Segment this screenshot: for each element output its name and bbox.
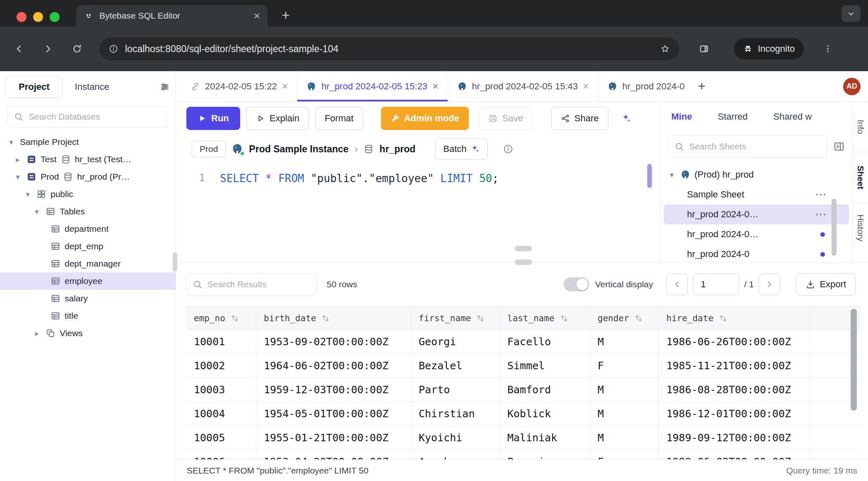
close-tab-icon[interactable]: × (254, 10, 260, 21)
column-header-gender[interactable]: gender (590, 306, 659, 330)
reload-button[interactable] (67, 39, 87, 59)
results-search-input[interactable] (207, 279, 311, 289)
side-panel-button[interactable] (694, 39, 714, 59)
sheets-tab-shared-w[interactable]: Shared w (773, 111, 812, 122)
more-menu-icon[interactable]: ⋯ (815, 209, 827, 220)
forward-button[interactable] (38, 39, 58, 59)
sidebar-resize-handle[interactable] (173, 253, 177, 272)
result-cell[interactable]: 10001 (186, 330, 256, 354)
sort-icon[interactable] (230, 314, 239, 323)
admin-mode-button[interactable]: Admin mode (381, 107, 469, 130)
result-cell[interactable]: F (590, 450, 659, 459)
side-tab-info[interactable]: Info (853, 102, 868, 152)
result-cell[interactable]: Parto (411, 378, 500, 402)
database-name[interactable]: hr_prod (379, 144, 415, 155)
close-icon[interactable]: × (583, 81, 589, 91)
next-page-button[interactable] (759, 274, 780, 295)
column-header-emp_no[interactable]: emp_no (186, 306, 256, 330)
column-header-first_name[interactable]: first_name (411, 306, 500, 330)
sheet-item[interactable]: Sample Sheet⋯ (664, 185, 849, 204)
sql-code[interactable]: SELECT * FROM "public"."employee" LIMIT … (220, 172, 499, 185)
collapse-panel-icon[interactable] (833, 141, 845, 152)
sidebar-table-employee[interactable]: employee (0, 272, 176, 290)
result-cell[interactable]: 10004 (186, 402, 256, 426)
sheet-item[interactable]: hr_prod 2024-0 (664, 244, 849, 262)
sort-icon[interactable] (321, 314, 330, 323)
sidebar-table-salary[interactable]: salary (0, 290, 176, 307)
result-cell[interactable]: 10003 (186, 378, 256, 402)
run-button[interactable]: Run (186, 107, 240, 130)
sheets-group-row[interactable]: ▾ (Prod) hr_prod (661, 165, 852, 185)
result-cell[interactable]: 1953-04-20T00:00:00Z (256, 450, 411, 459)
sheets-tab-starred[interactable]: Starred (718, 111, 747, 122)
result-cell[interactable]: Simmel (500, 354, 590, 378)
result-cell[interactable]: 1986-08-28T00:00:00Z (659, 378, 810, 402)
sidebar-table-dept_emp[interactable]: dept_emp (0, 238, 176, 255)
result-cell[interactable]: 1954-05-01T00:00:00Z (256, 402, 411, 426)
explain-button[interactable]: Explain (246, 107, 309, 130)
url-text[interactable]: localhost:8080/sql-editor/sheet/project-… (125, 43, 653, 55)
back-button[interactable] (9, 39, 29, 59)
results-scrollbar-thumb[interactable] (851, 309, 857, 411)
sheets-scrollbar-thumb[interactable] (832, 199, 837, 256)
page-number-input[interactable] (693, 274, 739, 295)
sort-icon[interactable] (476, 314, 485, 323)
ai-assistant-button[interactable] (617, 109, 636, 128)
tree-project-row[interactable]: ▾ Sample Project (0, 133, 176, 151)
close-window-button[interactable] (17, 12, 27, 22)
sheet-tab-3[interactable]: hr_prod 2024-02-05 15:43× (448, 71, 598, 101)
close-icon[interactable]: × (282, 81, 288, 91)
browser-tab[interactable]: Bytebase SQL Editor × (76, 5, 268, 26)
result-cell[interactable]: 1986-12-01T00:00:00Z (659, 402, 810, 426)
tree-views-group[interactable]: ▸ Views (0, 325, 176, 342)
result-cell[interactable]: Kyoichi (411, 426, 500, 450)
result-cell[interactable]: 10002 (186, 354, 256, 378)
zoom-window-button[interactable] (50, 12, 60, 22)
tab-search-button[interactable] (841, 5, 861, 22)
instance-name[interactable]: Prod Sample Instance (249, 144, 348, 155)
panel-resize-handle[interactable] (515, 246, 532, 251)
sidebar-table-dept_manager[interactable]: dept_manager (0, 255, 176, 272)
batch-button[interactable]: Batch (435, 138, 487, 160)
tree-schema-public[interactable]: ▾ public (0, 185, 176, 203)
tree-db-hr-prod[interactable]: ▾ Prod hr_prod (Pr… (0, 168, 176, 185)
result-cell[interactable]: 1986-06-26T00:00:00Z (659, 330, 810, 354)
result-cell[interactable]: M (590, 426, 659, 450)
database-search-input[interactable] (29, 112, 162, 122)
browser-menu-button[interactable] (818, 39, 838, 59)
more-menu-icon[interactable]: ⋯ (815, 189, 827, 200)
filter-settings-button[interactable] (160, 82, 170, 92)
tab-instance[interactable]: Instance (75, 82, 109, 92)
sidebar-table-title[interactable]: title (0, 307, 176, 325)
result-cell[interactable]: M (590, 402, 659, 426)
sheet-tab-4[interactable]: hr_prod 2024-0 (598, 71, 694, 101)
tab-project[interactable]: Project (6, 76, 63, 98)
result-cell[interactable]: Maliniak (500, 426, 590, 450)
sheet-item[interactable]: hr_prod 2024-0…⋯ (664, 204, 849, 224)
site-info-icon[interactable] (108, 44, 118, 54)
new-sheet-button[interactable]: + (694, 79, 709, 94)
result-cell[interactable]: Bamford (500, 378, 590, 402)
minimize-window-button[interactable] (33, 12, 43, 22)
vertical-display-toggle[interactable] (564, 277, 589, 291)
new-tab-button[interactable]: + (277, 6, 295, 24)
sheets-search-input[interactable] (689, 142, 821, 152)
result-cell[interactable]: 10006 (186, 450, 256, 459)
result-cell[interactable]: Bezalel (411, 354, 500, 378)
column-header-birth_date[interactable]: birth_date (256, 306, 411, 330)
result-cell[interactable]: 1964-06-02T00:00:00Z (256, 354, 411, 378)
side-tab-sheet[interactable]: Sheet (853, 152, 868, 203)
result-cell[interactable]: Preusig (500, 450, 590, 459)
column-header-last_name[interactable]: last_name (500, 306, 590, 330)
url-bar[interactable]: localhost:8080/sql-editor/sheet/project-… (99, 37, 679, 60)
sort-icon[interactable] (559, 314, 569, 323)
bookmark-star-icon[interactable] (660, 44, 670, 54)
result-cell[interactable]: Facello (500, 330, 590, 354)
result-cell[interactable]: 10005 (186, 426, 256, 450)
result-cell[interactable]: F (590, 354, 659, 378)
share-button[interactable]: Share (551, 107, 608, 130)
sheets-search[interactable] (668, 135, 827, 158)
result-cell[interactable]: 1989-09-12T00:00:00Z (659, 426, 810, 450)
avatar[interactable]: AD (843, 78, 861, 95)
panel-resize-handle[interactable] (515, 260, 532, 265)
